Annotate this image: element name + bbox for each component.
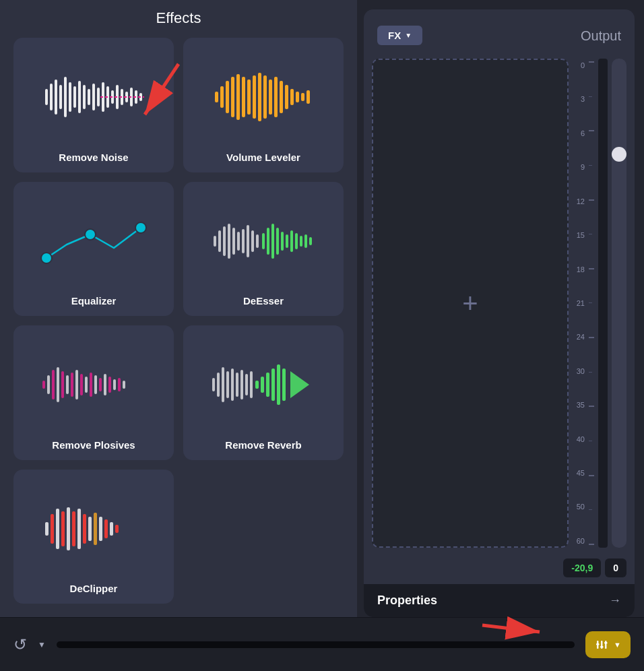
meter-label-24: 24: [577, 333, 585, 341]
svg-rect-107: [94, 513, 97, 545]
remove-noise-icon: [20, 49, 167, 146]
svg-rect-68: [61, 371, 64, 398]
svg-rect-27: [242, 77, 245, 117]
svg-rect-57: [281, 232, 284, 251]
svg-rect-92: [261, 377, 264, 393]
tick-solid: [589, 406, 594, 407]
svg-rect-94: [271, 369, 275, 401]
svg-rect-32: [269, 79, 272, 115]
svg-rect-84: [222, 367, 224, 402]
vu-meter-bar: [598, 59, 608, 548]
meter-label-50: 50: [577, 503, 585, 511]
toolbar-dropdown-arrow[interactable]: ▼: [38, 640, 46, 649]
svg-rect-103: [72, 511, 75, 546]
mixer-sliders-icon: [595, 638, 608, 651]
effect-card-declipper[interactable]: DeClipper: [13, 470, 174, 604]
effect-card-remove-noise[interactable]: Remove Noise: [13, 38, 174, 172]
svg-rect-26: [236, 74, 240, 120]
svg-rect-110: [110, 522, 113, 536]
fx-button[interactable]: FX ▼: [377, 26, 422, 45]
meter-label-0: 0: [581, 61, 585, 69]
svg-rect-62: [304, 234, 307, 248]
svg-point-41: [85, 229, 96, 240]
svg-rect-90: [250, 371, 253, 398]
replay-button[interactable]: ↺: [13, 635, 27, 654]
svg-rect-60: [295, 233, 298, 249]
tick-solid: [589, 337, 594, 338]
effect-card-volume-leveler[interactable]: Volume Leveler: [183, 38, 344, 172]
svg-rect-23: [220, 86, 224, 108]
svg-point-40: [41, 253, 52, 263]
svg-rect-5: [69, 82, 71, 112]
fx-add-button[interactable]: +: [372, 59, 569, 548]
svg-rect-49: [242, 229, 245, 253]
effect-card-equalizer[interactable]: Equalizer: [13, 182, 174, 317]
fx-dropdown-arrow-icon: ▼: [405, 32, 412, 39]
svg-rect-37: [296, 92, 299, 102]
svg-rect-50: [247, 225, 249, 257]
svg-rect-44: [218, 230, 221, 252]
meter-scale-labels: 0 3 6 9 12 15 18 21 24 30 35 40: [577, 59, 585, 548]
output-title: Output: [581, 19, 621, 52]
meter-label-12: 12: [577, 197, 585, 205]
svg-rect-95: [277, 364, 280, 405]
properties-bar[interactable]: Properties →: [364, 584, 635, 617]
declipper-icon: [20, 480, 167, 578]
svg-rect-109: [104, 519, 108, 538]
effect-card-remove-reverb[interactable]: Remove Reverb: [183, 325, 344, 460]
effect-card-deesser[interactable]: DeEsser: [183, 182, 344, 317]
svg-rect-39: [307, 90, 310, 104]
svg-rect-45: [223, 226, 226, 256]
deesser-label: DeEsser: [243, 295, 284, 307]
volume-slider[interactable]: [612, 59, 626, 548]
meter-label-45: 45: [577, 469, 585, 477]
meter-label-3: 3: [581, 95, 585, 103]
svg-rect-108: [99, 517, 102, 541]
svg-rect-58: [286, 234, 288, 248]
fx-plus-icon: +: [462, 288, 478, 319]
panel-header: FX ▼ Output: [364, 9, 635, 59]
svg-rect-6: [73, 86, 76, 108]
tick-solid: [589, 130, 594, 131]
fx-meter-area: + 0 3 6 9 12 15 18: [364, 59, 635, 554]
tick-solid: [589, 268, 594, 269]
svg-rect-104: [77, 509, 81, 549]
remove-reverb-label: Remove Reverb: [225, 439, 301, 451]
replay-icon: ↺: [13, 635, 27, 654]
svg-rect-54: [267, 228, 269, 255]
progress-bar[interactable]: [57, 641, 575, 648]
svg-rect-48: [237, 232, 240, 251]
tick: [589, 234, 592, 234]
volume-leveler-label: Volume Leveler: [226, 152, 300, 163]
svg-rect-33: [274, 77, 278, 117]
svg-rect-53: [262, 233, 265, 249]
svg-rect-65: [47, 375, 50, 394]
svg-rect-105: [83, 514, 86, 544]
svg-rect-61: [300, 236, 302, 247]
app-container: Effects: [0, 0, 644, 671]
svg-rect-82: [212, 378, 215, 391]
svg-rect-4: [64, 77, 67, 117]
svg-rect-117: [604, 642, 608, 644]
properties-arrow-icon: →: [609, 594, 621, 608]
svg-rect-3: [59, 85, 62, 109]
svg-rect-111: [115, 525, 119, 533]
tick: [589, 302, 592, 303]
remove-reverb-icon: [190, 336, 337, 434]
meter-value-right: 0: [605, 558, 626, 577]
tick-solid: [589, 61, 594, 63]
svg-rect-91: [255, 381, 259, 389]
effect-card-remove-plosives[interactable]: Remove Plosives: [13, 325, 174, 460]
svg-rect-87: [236, 373, 238, 397]
svg-rect-89: [245, 374, 248, 395]
volume-slider-thumb: [612, 147, 626, 162]
right-panel: FX ▼ Output +: [357, 0, 644, 617]
svg-rect-34: [280, 81, 283, 113]
meter-label-15: 15: [577, 231, 585, 239]
mixer-button[interactable]: ▼: [585, 631, 631, 658]
svg-rect-106: [88, 517, 92, 541]
svg-rect-47: [232, 228, 235, 255]
svg-rect-101: [61, 511, 65, 546]
svg-rect-74: [90, 373, 92, 397]
value-displays: -20,9 0: [364, 554, 635, 584]
